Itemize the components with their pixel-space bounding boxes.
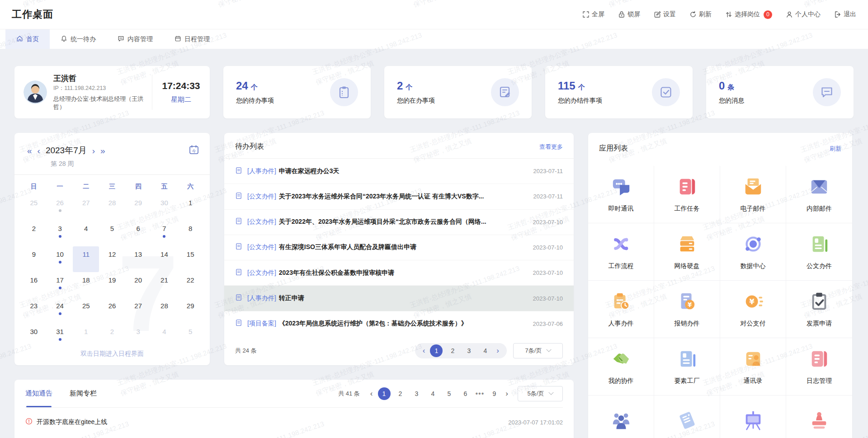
todo-item[interactable]: [公文办件]关于2022年、2023年水务局运维项目外采“北京市政务云服务合同（… — [224, 210, 574, 235]
calendar-day[interactable]: 15 — [177, 246, 203, 272]
todo-item-title[interactable]: 2023年有生社保公积金基数申报审核申请 — [279, 269, 525, 277]
calendar-day[interactable]: 2 — [99, 324, 125, 349]
calendar-day[interactable]: 28 — [151, 298, 178, 324]
app-hr[interactable]: 人事办件 — [588, 281, 654, 338]
page-3[interactable]: 3 — [462, 344, 475, 357]
todo-page-size-select[interactable]: 7条/页 — [513, 343, 563, 358]
app-journal[interactable]: 日志管理 — [786, 338, 852, 396]
todo-category[interactable]: [项目备案] — [247, 320, 276, 328]
next-page-icon[interactable]: › — [493, 346, 502, 355]
calendar-day[interactable]: 1 — [177, 195, 203, 221]
calendar-day[interactable]: 14 — [151, 246, 178, 272]
calendar-day[interactable]: 4 — [73, 221, 99, 246]
tab-schedule-mgmt[interactable]: 日程管理 — [164, 29, 221, 49]
app-datacenter[interactable]: 数据中心 — [720, 223, 786, 281]
todo-item[interactable]: [公文办件]关于2023年水务运维外采合同“2023年水务局统一认证 有生博大V… — [224, 184, 574, 209]
notice-tab-1[interactable]: 新闻专栏 — [70, 380, 97, 407]
calendar-day[interactable]: 3 — [47, 221, 73, 246]
calendar-day[interactable]: 2 — [21, 221, 47, 246]
page-4[interactable]: 4 — [479, 344, 491, 357]
page-4[interactable]: 4 — [427, 387, 439, 400]
todo-item-title[interactable]: 转正申请 — [279, 294, 525, 302]
todo-item[interactable]: [人事办件]申请在家远程办公3天2023-07-11 — [224, 159, 574, 184]
calendar-day[interactable]: 29 — [125, 195, 151, 221]
todo-item[interactable]: [项目备案]《2023年局信息系统运行维护（第2包：基础办公系统技术服务）》20… — [224, 311, 574, 336]
app-contacts[interactable]: 通讯录 — [720, 338, 786, 396]
stat-card-2[interactable]: 115个 您的办结件事项 — [545, 66, 693, 118]
app-internal-mail[interactable]: 内部邮件 — [786, 166, 852, 223]
apps-refresh-link[interactable]: 刷新 — [830, 145, 841, 153]
tab-unified-todo[interactable]: 统一待办 — [50, 29, 107, 49]
calendar-day[interactable]: 9 — [21, 246, 47, 272]
prev-month-icon[interactable]: ‹ — [35, 146, 43, 155]
calendar-day[interactable]: 19 — [99, 272, 125, 298]
app-email[interactable]: 电子邮件 — [720, 166, 786, 223]
calendar-day[interactable]: 24 — [47, 298, 73, 324]
todo-item[interactable]: [公文办件]2023年有生社保公积金基数申报审核申请2023-07-10 — [224, 260, 574, 286]
calendar-day[interactable]: 26 — [99, 298, 125, 324]
calendar-day[interactable]: 16 — [21, 272, 47, 298]
settings-button[interactable]: 设置 — [654, 10, 676, 19]
todo-item[interactable]: [人事办件]转正申请2023-07-10 — [224, 286, 574, 311]
app-collab[interactable]: 我的协作 — [588, 338, 654, 396]
page-1[interactable]: 1 — [430, 344, 443, 357]
next-year-icon[interactable]: » — [98, 146, 108, 155]
app-im[interactable]: 即时通讯 — [588, 166, 654, 223]
select-post-button[interactable]: 选择岗位0 — [725, 10, 772, 19]
app-factory[interactable]: 要素工厂 — [654, 338, 720, 396]
app-people[interactable] — [588, 396, 654, 438]
calendar-day[interactable]: 17 — [47, 272, 73, 298]
calendar-day[interactable]: 25 — [21, 195, 47, 221]
calendar-day[interactable]: 26 — [47, 195, 73, 221]
app-task[interactable]: 工作任务 — [654, 166, 720, 223]
logout-button[interactable]: 退出 — [834, 10, 856, 19]
calendar-day[interactable]: 12 — [99, 246, 125, 272]
calendar-day[interactable]: 30 — [21, 324, 47, 349]
page-3[interactable]: 3 — [410, 387, 423, 400]
todo-item-title[interactable]: 《2023年局信息系统运行维护（第2包：基础办公系统技术服务）》 — [279, 320, 525, 328]
app-payment[interactable]: ¥对公支付 — [720, 281, 786, 338]
tab-home[interactable]: 首页 — [5, 29, 50, 49]
calendar-day[interactable]: 6 — [125, 221, 151, 246]
page-5[interactable]: 5 — [443, 387, 456, 400]
prev-page-icon[interactable]: ‹ — [420, 346, 429, 355]
app-netdisk[interactable]: 网络硬盘 — [654, 223, 720, 281]
app-official-doc[interactable]: 公文办件 — [786, 223, 852, 281]
todo-item-title[interactable]: 关于2022年、2023年水务局运维项目外采“北京市政务云服务合同（网络... — [279, 218, 525, 226]
calendar-day[interactable]: 5 — [99, 221, 125, 246]
notice-item-title[interactable]: 开源数字底座在gitee上线 — [37, 418, 107, 426]
calendar-day[interactable]: 7 — [151, 221, 178, 246]
todo-category[interactable]: [人事办件] — [247, 167, 276, 175]
personal-center-button[interactable]: 个人中心 — [786, 10, 821, 19]
lockscreen-button[interactable]: 锁屏 — [618, 10, 640, 19]
prev-page-icon[interactable]: ‹ — [367, 389, 376, 398]
fullscreen-button[interactable]: 全屏 — [582, 10, 604, 19]
calendar-day[interactable]: 18 — [73, 272, 99, 298]
stat-card-3[interactable]: 0条 您的消息 — [706, 66, 854, 118]
todo-item-title[interactable]: 申请在家远程办公3天 — [279, 167, 525, 175]
calendar-day[interactable]: 20 — [125, 272, 151, 298]
calendar-day[interactable]: 28 — [99, 195, 125, 221]
notice-item[interactable]: 开源数字底座在gitee上线2023-07-07 17:01:02 — [25, 411, 563, 433]
app-board[interactable] — [720, 396, 786, 438]
pager-ellipsis[interactable]: ••• — [476, 390, 485, 398]
page-6[interactable]: 6 — [459, 387, 472, 400]
calendar-day[interactable]: 23 — [21, 298, 47, 324]
tab-content-mgmt[interactable]: 内容管理 — [107, 29, 164, 49]
stat-card-1[interactable]: 2个 您的在办事项 — [384, 66, 532, 118]
calendar-day[interactable]: 3 — [125, 324, 151, 349]
stat-card-0[interactable]: 24个 您的待办事项 — [223, 66, 371, 118]
next-month-icon[interactable]: › — [90, 146, 98, 155]
calendar-day[interactable]: 22 — [177, 272, 203, 298]
todo-item[interactable]: [公文办件]有生深境ISO三体系年审人员配合及牌匾借出申请2023-07-10 — [224, 235, 574, 260]
todo-item-title[interactable]: 有生深境ISO三体系年审人员配合及牌匾借出申请 — [279, 243, 525, 251]
todo-category[interactable]: [公文办件] — [247, 218, 276, 226]
calendar-day[interactable]: 29 — [177, 298, 203, 324]
avatar[interactable] — [24, 80, 47, 104]
todo-item-title[interactable]: 关于2023年水务运维外采合同“2023年水务局统一认证 有生博大VS数字... — [279, 193, 525, 201]
page-2[interactable]: 2 — [446, 344, 459, 357]
view-more-link[interactable]: 查看更多 — [539, 143, 563, 151]
todo-category[interactable]: [公文办件] — [247, 243, 276, 251]
calendar-day-selected[interactable]: 11 — [73, 246, 99, 272]
refresh-button[interactable]: 刷新 — [689, 10, 712, 19]
